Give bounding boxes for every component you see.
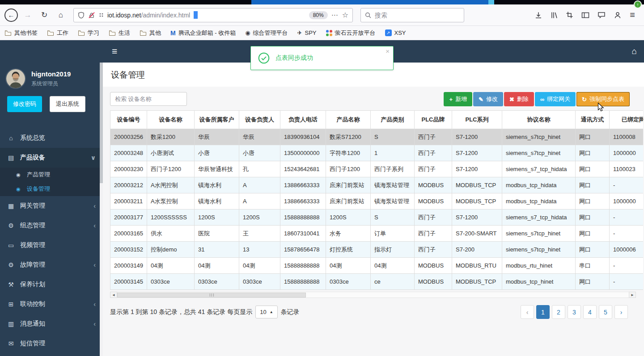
page-actions-button[interactable]: ⋯: [331, 11, 339, 19]
sidebar-item-label: 视频管理: [20, 241, 45, 249]
sidebar-item[interactable]: ▥消息通知‹: [0, 314, 103, 334]
sidebar-item-label: 联动控制: [20, 300, 45, 308]
sidebar-item[interactable]: ◉设备管理: [0, 182, 103, 196]
sidebar-scrollbar-thumb[interactable]: [100, 63, 103, 183]
page-button[interactable]: 3: [568, 305, 581, 319]
forward-button[interactable]: →: [21, 8, 34, 22]
bookmark-item[interactable]: M腾讯企业邮箱 - 收件箱: [170, 29, 236, 37]
url-bar[interactable]: iot.idosp.net/admin/index.html 80% ⋯ ☆: [73, 8, 353, 22]
sidebars-icon[interactable]: [581, 12, 589, 19]
sidebar-item[interactable]: ⚙故障管理‹: [0, 255, 103, 275]
table-row[interactable]: 200003248小唐测试小唐小唐13500000000字符串12001西门子S…: [110, 145, 644, 161]
cell: MODBUS_TCP: [452, 274, 502, 290]
column-header[interactable]: 通讯方式: [576, 111, 610, 129]
sidebar-item[interactable]: ✉短信管理: [0, 334, 103, 353]
zoom-indicator[interactable]: 80%: [309, 11, 328, 19]
bookmark-item[interactable]: 萤石云开放平台: [326, 29, 376, 37]
page-button[interactable]: 4: [583, 305, 597, 319]
sidebar-item[interactable]: ▦网关管理‹: [0, 196, 103, 216]
screenshot-icon[interactable]: [566, 11, 573, 19]
table-row[interactable]: 200003165供水医院王18607310041水务订单西门子S7-200-S…: [110, 226, 644, 242]
sidebar-toggle-button[interactable]: ≡: [112, 46, 117, 57]
table-row[interactable]: 200003212A水闸控制镇海水利A13886663333庶来门前泵站镇海泵站…: [110, 177, 644, 193]
column-header[interactable]: 已绑定网关: [610, 111, 644, 129]
page-next-button[interactable]: ›: [614, 305, 628, 319]
table-row[interactable]: 200003152控制demo311315878656478灯控系统指示灯西门子…: [110, 242, 644, 258]
column-header[interactable]: 产品类别: [371, 111, 415, 129]
browser-menu-button[interactable]: ≡: [630, 10, 635, 20]
page-button[interactable]: 5: [599, 305, 612, 319]
back-button[interactable]: ←: [4, 8, 18, 22]
column-header[interactable]: PLC系列: [452, 111, 502, 129]
table-row[interactable]: 200003211A水泵控制镇海水利A13886663333庶来门前泵站镇海泵站…: [110, 193, 644, 209]
account-icon[interactable]: [614, 11, 622, 19]
message-bubble-icon[interactable]: [597, 11, 606, 19]
column-header[interactable]: 设备名称: [147, 111, 195, 129]
table-row[interactable]: 200003256数采1200华辰华辰18390936104数采S71200S西…: [110, 129, 644, 145]
change-password-button[interactable]: 修改密码: [7, 96, 42, 112]
logout-button[interactable]: 退出系统: [50, 96, 85, 112]
cell: 1100008: [610, 129, 644, 145]
sidebar-item[interactable]: ▤产品设备∨: [0, 148, 103, 168]
bookmark-star-button[interactable]: ☆: [342, 11, 348, 19]
page-button[interactable]: 1: [536, 305, 550, 319]
sidebar-item[interactable]: ⌂系统总览: [0, 128, 103, 148]
insecure-lock-icon[interactable]: [88, 12, 95, 19]
sidebar-item[interactable]: ◉产品管理: [0, 168, 103, 182]
sidebar-item[interactable]: ⚙组态管理‹: [0, 216, 103, 235]
page-prev-button[interactable]: ‹: [521, 305, 534, 319]
update-badge-icon[interactable]: ↑: [634, 0, 642, 8]
cell: 0303ce: [147, 274, 195, 290]
scrollbar-track[interactable]: [117, 292, 629, 298]
sidebar-item[interactable]: ⚒保养计划: [0, 275, 103, 294]
column-header[interactable]: 设备负责人: [239, 111, 280, 129]
browser-search-bar[interactable]: [360, 8, 464, 22]
page-size-select[interactable]: 10 ▲: [255, 306, 277, 318]
app-home-button[interactable]: ⌂: [632, 46, 637, 56]
bookmark-item[interactable]: 学习: [78, 29, 99, 37]
column-header[interactable]: 产品名称: [326, 111, 371, 129]
bookmark-item[interactable]: 工作: [47, 29, 68, 37]
column-header[interactable]: PLC品牌: [415, 111, 452, 129]
url-domain: iot.idosp.net: [107, 12, 141, 19]
column-header[interactable]: 负责人电话: [280, 111, 326, 129]
permissions-icon[interactable]: [99, 13, 104, 17]
scroll-right-button[interactable]: ►: [629, 292, 636, 298]
bookmark-item[interactable]: 其他: [140, 29, 161, 37]
library-icon[interactable]: [551, 11, 558, 19]
sidebar-scrollbar[interactable]: [100, 63, 103, 356]
cell: 西门子: [415, 226, 452, 242]
page-button[interactable]: 2: [552, 305, 565, 319]
sidebar-item[interactable]: ▭视频管理: [0, 235, 103, 255]
reload-button[interactable]: ↻: [38, 8, 51, 22]
column-header[interactable]: 设备编号: [110, 111, 147, 129]
edit-button[interactable]: ✎修改: [473, 92, 503, 106]
column-header[interactable]: 设备所属客户: [195, 111, 239, 129]
caret-up-icon: ▲: [270, 310, 273, 314]
download-icon[interactable]: [534, 11, 542, 19]
horizontal-scrollbar[interactable]: ◄ ►: [110, 291, 636, 298]
table-row[interactable]: 2000031450303ce0303ce0303ce1588888888803…: [110, 274, 644, 290]
table-row[interactable]: 20000314904测04测04测1588888888804测04测MODBU…: [110, 258, 644, 274]
sidebar-item[interactable]: ⊞联动控制‹: [0, 294, 103, 314]
scroll-left-button[interactable]: ◄: [110, 292, 117, 298]
table-row[interactable]: 2000031771200SSSSSS1200S1200S15888888888…: [110, 209, 644, 226]
bookmark-item[interactable]: ↗XSY: [385, 29, 406, 36]
cell: 0303ce: [239, 274, 280, 290]
browser-home-button[interactable]: ⌂: [54, 8, 68, 22]
bind-gateway-button[interactable]: ∞绑定网关: [535, 92, 576, 106]
delete-button[interactable]: ✖删除: [504, 92, 534, 106]
bookmark-item[interactable]: ✈SPY: [297, 29, 317, 36]
add-button[interactable]: +新增: [444, 92, 472, 106]
bookmark-item[interactable]: ◉综合管理平台: [245, 29, 288, 37]
device-search-input[interactable]: [110, 92, 187, 106]
shield-icon[interactable]: [78, 12, 85, 19]
scrollbar-thumb[interactable]: [117, 293, 306, 297]
toast-close-button[interactable]: ×: [386, 47, 390, 55]
browser-search-input[interactable]: [375, 12, 460, 19]
column-header[interactable]: 协议名称: [502, 111, 576, 129]
bookmark-item[interactable]: 其他书签: [4, 29, 38, 37]
cell: 华辰智通科技: [195, 161, 239, 177]
table-row[interactable]: 200003230西门子1200华辰智通科技孔15243642681西门子120…: [110, 161, 644, 177]
bookmark-item[interactable]: 生活: [109, 29, 130, 37]
